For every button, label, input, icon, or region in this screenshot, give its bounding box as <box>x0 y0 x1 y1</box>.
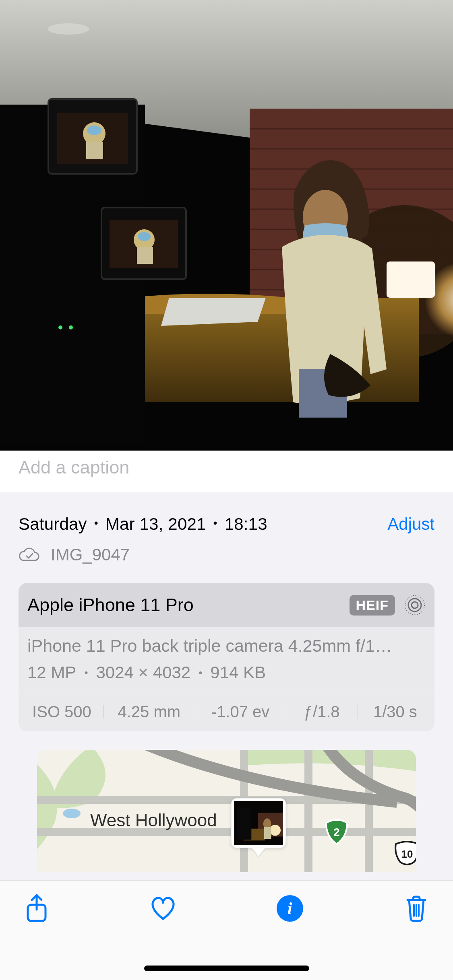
map-pin[interactable] <box>230 798 287 864</box>
svg-rect-27 <box>137 247 153 264</box>
caption-input[interactable] <box>19 457 434 478</box>
adjust-button[interactable]: Adjust <box>387 515 434 534</box>
exif-focal: 4.25 mm <box>103 703 195 721</box>
svg-point-26 <box>138 232 151 241</box>
trash-icon <box>404 894 428 922</box>
cloud-synced-icon <box>19 547 40 563</box>
date-time: Saturday • Mar 13, 2021 • 18:13 <box>19 515 267 534</box>
megapixels-label: 12 MP <box>27 663 76 682</box>
svg-point-21 <box>87 126 101 135</box>
info-button[interactable]: i <box>274 893 306 924</box>
date-label: Mar 13, 2021 <box>105 515 206 534</box>
exif-shutter: 1/30 s <box>358 703 433 721</box>
route-shield-icon: 10 <box>394 841 416 867</box>
bottom-toolbar: i <box>0 880 453 980</box>
time-label: 18:13 <box>225 515 267 534</box>
filesize-label: 914 KB <box>210 663 266 682</box>
exif-row: ISO 500 4.25 mm -1.07 ev ƒ/1.8 1/30 s <box>19 693 434 731</box>
delete-button[interactable] <box>401 893 432 924</box>
svg-text:2: 2 <box>333 826 340 838</box>
svg-text:10: 10 <box>401 848 413 860</box>
dot-separator: • <box>94 517 98 529</box>
dot-separator: • <box>84 667 88 679</box>
device-name: Apple iPhone 11 Pro <box>27 595 194 616</box>
share-button[interactable] <box>21 893 52 924</box>
svg-rect-43 <box>237 808 251 840</box>
exif-aperture: ƒ/1.8 <box>286 703 357 721</box>
metadata-section: Saturday • Mar 13, 2021 • 18:13 Adjust I… <box>0 493 453 872</box>
favorite-button[interactable] <box>147 893 179 924</box>
filename-label: IMG_9047 <box>51 545 130 564</box>
lens-label: iPhone 11 Pro back triple camera 4.25mm … <box>27 636 426 656</box>
svg-point-36 <box>63 809 81 818</box>
caption-row <box>0 451 453 493</box>
live-photo-icon <box>404 594 426 616</box>
format-badge: HEIF <box>350 595 395 616</box>
dot-separator: • <box>213 517 217 529</box>
svg-point-33 <box>408 599 421 611</box>
svg-point-29 <box>69 325 73 329</box>
map-city-label: West Hollywood <box>90 810 217 830</box>
svg-rect-14 <box>387 261 435 298</box>
share-icon <box>25 894 49 923</box>
svg-point-2 <box>48 23 89 35</box>
size-row: 12 MP • 3024 × 4032 • 914 KB <box>27 663 426 682</box>
camera-info-card: Apple iPhone 11 Pro HEIF iPhone 11 Pro b… <box>19 583 434 731</box>
svg-point-41 <box>270 825 281 836</box>
photo-preview[interactable] <box>0 0 453 451</box>
dot-separator: • <box>199 667 202 679</box>
route-shield-icon: 2 <box>325 819 349 845</box>
svg-marker-16 <box>161 298 266 326</box>
exif-iso: ISO 500 <box>20 703 103 721</box>
heart-icon <box>149 896 177 921</box>
location-map[interactable]: West Hollywood 2 10 <box>37 750 416 872</box>
info-icon: i <box>277 895 303 922</box>
svg-point-28 <box>58 325 62 329</box>
svg-rect-22 <box>86 142 103 159</box>
home-indicator[interactable] <box>144 966 309 971</box>
dimensions-label: 3024 × 4032 <box>96 663 191 682</box>
exif-ev: -1.07 ev <box>195 703 286 721</box>
svg-rect-45 <box>264 827 271 839</box>
day-label: Saturday <box>19 515 87 534</box>
svg-point-32 <box>412 602 418 608</box>
